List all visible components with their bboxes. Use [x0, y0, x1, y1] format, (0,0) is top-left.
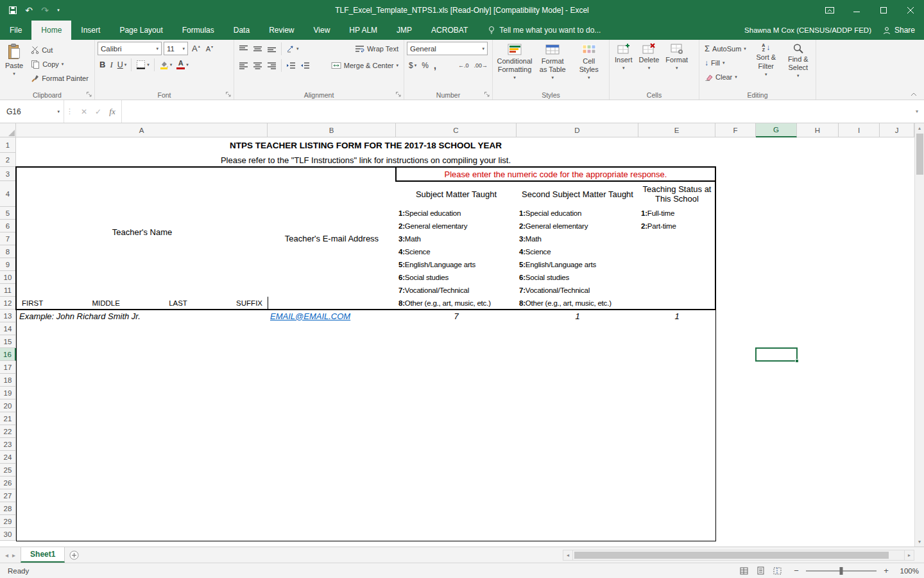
- ribbon-display-options-button[interactable]: [816, 0, 843, 21]
- row-header-2[interactable]: 2: [0, 153, 16, 167]
- row-header-5[interactable]: 5: [0, 207, 16, 220]
- cell-C5[interactable]: 1: Special education: [396, 207, 517, 220]
- cell-C24[interactable]: [396, 451, 517, 464]
- cell-A1[interactable]: NTPS TEACHER LISTING FORM FOR THE 2017-1…: [16, 137, 715, 153]
- cell-A12[interactable]: FIRSTMIDDLELASTSUFFIX: [16, 297, 268, 310]
- cell-E18[interactable]: [638, 374, 716, 387]
- cell-C25[interactable]: [396, 464, 517, 477]
- new-sheet-button[interactable]: [65, 547, 83, 563]
- scroll-up-button[interactable]: ▴: [915, 123, 924, 133]
- align-bottom-button[interactable]: [265, 42, 278, 55]
- cell-C21[interactable]: [396, 412, 517, 426]
- scroll-right-button[interactable]: ▸: [904, 550, 914, 561]
- cell-B23[interactable]: [268, 438, 397, 451]
- cell-A27[interactable]: [16, 489, 268, 503]
- cell-B21[interactable]: [268, 412, 397, 426]
- cell-A28[interactable]: [16, 502, 268, 516]
- cell-C10[interactable]: 6: Social studies: [396, 271, 517, 285]
- row-header-9[interactable]: 9: [0, 258, 16, 271]
- cell-D15[interactable]: [517, 335, 639, 349]
- row-header-13[interactable]: 13: [0, 310, 16, 322]
- row-header-4[interactable]: 4: [0, 181, 16, 207]
- row-header-29[interactable]: 29: [0, 515, 16, 528]
- increase-decimal-button[interactable]: ←.0: [456, 58, 471, 72]
- view-normal-button[interactable]: [737, 565, 751, 577]
- cell-C19[interactable]: [396, 387, 517, 400]
- row-header-23[interactable]: 23: [0, 438, 16, 451]
- align-left-button[interactable]: [237, 58, 250, 72]
- orientation-button[interactable]: ▾: [284, 42, 301, 55]
- cell-E14[interactable]: [638, 322, 716, 336]
- cell-B16[interactable]: [268, 348, 397, 362]
- row-header-1[interactable]: 1: [0, 137, 16, 153]
- row-header-21[interactable]: 21: [0, 412, 16, 425]
- view-page-layout-button[interactable]: [753, 565, 767, 577]
- cell-B20[interactable]: [268, 399, 397, 413]
- cell-B25[interactable]: [268, 464, 397, 477]
- cell-A29[interactable]: [16, 515, 268, 529]
- row-header-26[interactable]: 26: [0, 477, 16, 489]
- cell-E25[interactable]: [638, 464, 716, 477]
- share-button[interactable]: Share: [883, 26, 915, 35]
- tab-insert[interactable]: Insert: [71, 21, 110, 40]
- row-header-20[interactable]: 20: [0, 399, 16, 412]
- cell-E13[interactable]: 1: [638, 310, 716, 323]
- row-header-24[interactable]: 24: [0, 451, 16, 464]
- cell-B13[interactable]: EMAIL@EMAIL.COM: [268, 310, 397, 323]
- tab-acrobat[interactable]: ACROBAT: [422, 21, 477, 40]
- horizontal-scroll-track[interactable]: [573, 550, 904, 561]
- format-painter-button[interactable]: Format Painter: [28, 71, 91, 85]
- cell-D11[interactable]: 7: Vocational/Technical: [517, 284, 639, 297]
- ribbon-collapse-button[interactable]: [910, 92, 918, 97]
- wrap-text-button[interactable]: Wrap Text: [352, 42, 401, 55]
- cell-D30[interactable]: [517, 528, 639, 541]
- cell-C22[interactable]: [396, 425, 517, 439]
- undo-button[interactable]: ↶: [22, 3, 35, 17]
- cell-A25[interactable]: [16, 464, 268, 477]
- close-button[interactable]: [897, 0, 924, 21]
- tab-view[interactable]: View: [304, 21, 340, 40]
- column-header-C[interactable]: C: [396, 123, 517, 137]
- copy-button[interactable]: Copy ▾: [28, 57, 91, 71]
- fill-color-button[interactable]: ▾: [157, 58, 175, 71]
- accounting-format-button[interactable]: $▾: [407, 58, 418, 72]
- cell-C28[interactable]: [396, 502, 517, 516]
- clear-button[interactable]: Clear▾: [702, 70, 749, 83]
- cell-D21[interactable]: [517, 412, 639, 426]
- column-header-B[interactable]: B: [268, 123, 396, 137]
- fill-handle[interactable]: [795, 359, 799, 363]
- scroll-down-button[interactable]: ▾: [915, 537, 924, 547]
- tab-hp-alm[interactable]: HP ALM: [339, 21, 387, 40]
- sheet-nav-left-button[interactable]: ◂: [5, 552, 8, 559]
- tab-jmp[interactable]: JMP: [387, 21, 422, 40]
- cell-B24[interactable]: [268, 451, 397, 464]
- cell-E7[interactable]: [638, 232, 716, 246]
- conditional-formatting-button[interactable]: Conditional Formatting ▾: [495, 42, 534, 81]
- cell-A15[interactable]: [16, 335, 268, 349]
- cell-D25[interactable]: [517, 464, 639, 477]
- cell-D27[interactable]: [517, 489, 639, 503]
- cell-D22[interactable]: [517, 425, 639, 439]
- cell-C12[interactable]: 8: Other (e.g., art, music, etc.): [396, 297, 517, 310]
- column-header-D[interactable]: D: [517, 123, 638, 137]
- font-dialog-launcher[interactable]: [225, 91, 232, 98]
- cell-C6[interactable]: 2: General elementary: [396, 220, 517, 233]
- cell-B18[interactable]: [268, 374, 397, 387]
- underline-button[interactable]: U▾: [116, 58, 129, 71]
- decrease-indent-button[interactable]: [284, 58, 298, 72]
- increase-font-button[interactable]: A▴: [190, 42, 202, 55]
- formula-bar-grip[interactable]: ⋮: [64, 100, 75, 123]
- merge-center-button[interactable]: Merge & Center ▾: [329, 58, 401, 72]
- zoom-in-button[interactable]: +: [882, 566, 891, 575]
- cell-D13[interactable]: 1: [517, 310, 639, 323]
- horizontal-scrollbar[interactable]: ◂ ▸: [563, 547, 914, 563]
- cell-styles-button[interactable]: Cell Styles ▾: [572, 42, 607, 81]
- cell-B28[interactable]: [268, 502, 397, 516]
- tell-me-box[interactable]: Tell me what you want to do...: [488, 26, 601, 35]
- cell-C3[interactable]: Please enter the numeric code for the ap…: [396, 167, 716, 182]
- align-right-button[interactable]: [265, 58, 278, 72]
- cell-A17[interactable]: [16, 361, 268, 374]
- cell-B17[interactable]: [268, 361, 397, 374]
- number-dialog-launcher[interactable]: [484, 91, 490, 98]
- cell-D20[interactable]: [517, 399, 639, 413]
